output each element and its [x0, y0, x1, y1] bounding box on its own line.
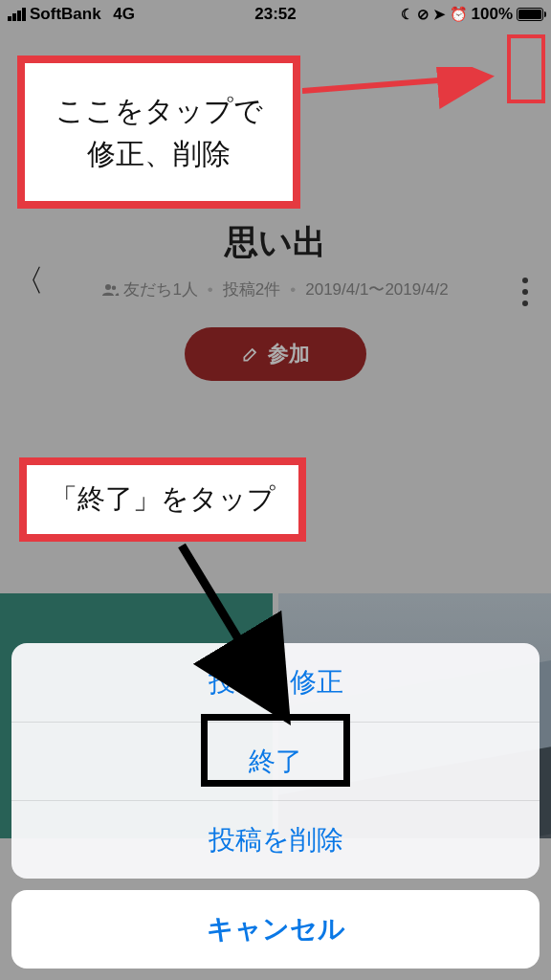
svg-line-1 — [182, 546, 277, 703]
sheet-cancel-button[interactable]: キャンセル — [11, 890, 540, 969]
status-bar: SoftBank 4G 23:52 ☾ ⊘ ➤ ⏰ 100% — [0, 0, 551, 29]
sheet-item-delete[interactable]: 投稿を削除 — [11, 800, 540, 879]
svg-line-0 — [302, 77, 489, 91]
annotation-highlight-more — [507, 34, 545, 103]
annotation-callout-mid: 「終了」をタップ — [19, 457, 306, 542]
annotation-arrow-icon — [172, 536, 325, 727]
annotation-arrow-icon — [302, 67, 513, 115]
battery-icon — [517, 8, 543, 21]
annotation-callout-top: ここをタップで 修正、削除 — [17, 56, 300, 209]
annotation-highlight-end — [201, 714, 350, 787]
clock: 23:52 — [0, 5, 551, 24]
